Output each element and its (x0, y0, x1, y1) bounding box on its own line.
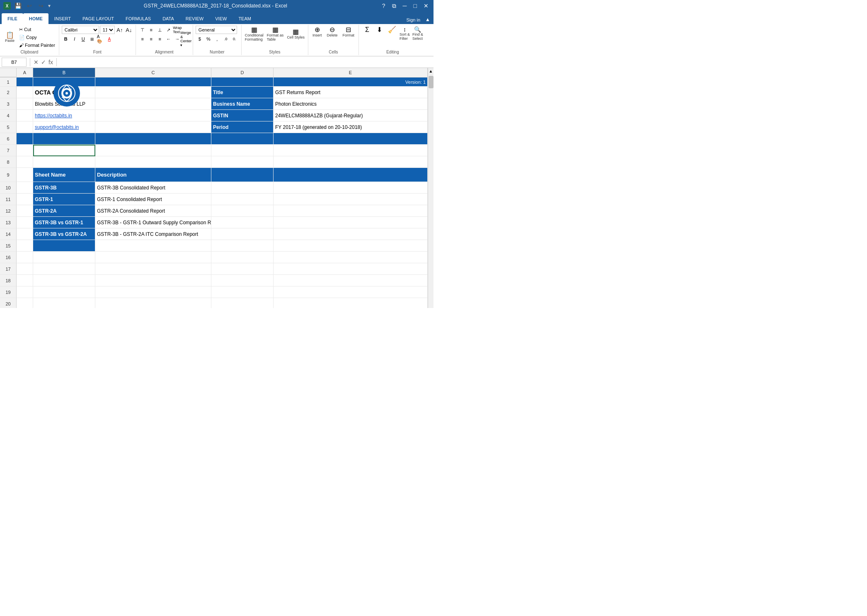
row-num-3[interactable]: 3 (0, 98, 17, 110)
cell-b13[interactable]: GSTR-3B vs GSTR-1 (33, 217, 95, 228)
cell-c17[interactable] (95, 263, 211, 275)
cancel-formula-btn[interactable]: ✕ (34, 59, 39, 65)
cell-d8[interactable] (211, 156, 274, 168)
confirm-formula-btn[interactable]: ✓ (41, 59, 46, 65)
cell-e2[interactable]: GST Returns Report (274, 87, 428, 98)
sort-filter-btn[interactable]: ↕ Sort &Filter (399, 26, 411, 41)
cell-d7[interactable] (211, 145, 274, 156)
cell-a16[interactable] (17, 252, 33, 263)
cell-b19[interactable] (33, 286, 95, 298)
cell-e11[interactable] (274, 194, 428, 205)
cell-c11[interactable]: GSTR-1 Consolidated Report (95, 194, 211, 205)
align-middle-btn[interactable]: ≡ (147, 26, 155, 34)
cell-b11[interactable]: GSTR-1 (33, 194, 95, 205)
cell-e15[interactable] (274, 240, 428, 252)
decrease-font-btn[interactable]: A↓ (125, 26, 133, 34)
col-header-e[interactable]: E (274, 68, 428, 77)
cell-a4[interactable] (17, 110, 33, 121)
orientation-btn[interactable]: ↗ (165, 26, 173, 34)
cell-a10[interactable] (17, 182, 33, 194)
scroll-thumb[interactable] (429, 76, 434, 88)
cell-e4[interactable]: 24WELCM8888A1ZB (Gujarat-Regular) (274, 110, 428, 121)
cell-b17[interactable] (33, 263, 95, 275)
cell-a18[interactable] (17, 275, 33, 286)
cell-c13[interactable]: GSTR-3B - GSTR-1 Outward Supply Comparis… (95, 217, 211, 228)
col-header-b[interactable]: B (33, 68, 95, 77)
insert-function-btn[interactable]: fx (48, 59, 53, 65)
italic-button[interactable]: I (70, 35, 79, 43)
cell-a3[interactable] (17, 98, 33, 110)
cell-b10[interactable]: GSTR-3B (33, 182, 95, 194)
cell-e17[interactable] (274, 263, 428, 275)
cell-b2[interactable]: OCTA GST (33, 87, 95, 98)
row-num-8[interactable]: 8 (0, 156, 17, 168)
fill-btn[interactable]: ⬇ (374, 26, 385, 41)
tab-file[interactable]: FILE (2, 13, 23, 24)
tab-formulas[interactable]: FORMULAS (120, 13, 157, 24)
underline-button[interactable]: U (79, 35, 87, 43)
cell-a17[interactable] (17, 263, 33, 275)
cell-b5[interactable]: support@octabits.in (33, 121, 95, 133)
font-color-button[interactable]: A (105, 35, 114, 43)
cell-c16[interactable] (95, 252, 211, 263)
copy-button[interactable]: 📄 Copy (18, 34, 56, 41)
row-num-9[interactable]: 9 (0, 168, 17, 182)
row-num-19[interactable]: 19 (0, 286, 17, 298)
row-num-11[interactable]: 11 (0, 194, 17, 205)
increase-decimal-btn[interactable]: .0 (222, 35, 230, 43)
cell-d4[interactable]: GSTIN (211, 110, 274, 121)
format-btn[interactable]: ⊟ Format (341, 26, 356, 38)
cell-c20[interactable] (95, 298, 211, 308)
row-num-17[interactable]: 17 (0, 263, 17, 275)
cell-a5[interactable] (17, 121, 33, 133)
row-num-5[interactable]: 5 (0, 121, 17, 133)
cell-d15[interactable] (211, 240, 274, 252)
cell-c7[interactable] (95, 145, 211, 156)
decrease-decimal-btn[interactable]: 0. (230, 35, 239, 43)
merge-center-btn[interactable]: Merge & Center ▾ (182, 35, 190, 43)
border-button[interactable]: ⊞ (88, 35, 96, 43)
cell-d14[interactable] (211, 228, 274, 240)
cell-a2[interactable] (17, 87, 33, 98)
align-top-btn[interactable]: ⊤ (138, 26, 147, 34)
cell-a15[interactable] (17, 240, 33, 252)
col-header-d[interactable]: D (211, 68, 274, 77)
cell-d13[interactable] (211, 217, 274, 228)
cell-d2[interactable]: Title (211, 87, 274, 98)
conditional-formatting-btn[interactable]: ▦ ConditionalFormatting (244, 26, 264, 42)
font-name-select[interactable]: Calibri (62, 26, 99, 34)
cut-button[interactable]: ✂ Cut (18, 26, 56, 33)
scroll-up-btn[interactable]: ▲ (428, 68, 434, 74)
cell-d9[interactable] (211, 168, 274, 182)
tab-home[interactable]: HOME (23, 13, 48, 24)
autosum-btn[interactable]: Σ (361, 26, 373, 41)
cell-e8[interactable] (274, 156, 428, 168)
cell-c1[interactable] (95, 78, 211, 87)
cell-b7[interactable] (33, 145, 95, 156)
restore-btn[interactable]: ⧉ (390, 2, 398, 10)
delete-btn[interactable]: ⊖ Delete (325, 26, 339, 38)
cell-d6[interactable] (211, 133, 274, 145)
fill-color-button[interactable]: A🎨 (97, 35, 105, 43)
cell-b12[interactable]: GSTR-2A (33, 205, 95, 217)
cell-d17[interactable] (211, 263, 274, 275)
cell-e5[interactable]: FY 2017-18 (generated on 20-10-2018) (274, 121, 428, 133)
cell-c10[interactable]: GSTR-3B Consolidated Report (95, 182, 211, 194)
cell-e12[interactable] (274, 205, 428, 217)
cell-e9[interactable] (274, 168, 428, 182)
tab-insert[interactable]: INSERT (48, 13, 77, 24)
align-right-btn[interactable]: ≡ (156, 35, 164, 43)
cell-e3[interactable]: Photon Electronics (274, 98, 428, 110)
row-num-12[interactable]: 12 (0, 205, 17, 217)
tab-view[interactable]: VIEW (209, 13, 232, 24)
formula-input[interactable] (60, 59, 432, 65)
cell-b8[interactable] (33, 156, 95, 168)
align-center-btn[interactable]: ≡ (147, 35, 155, 43)
cell-c2[interactable] (95, 87, 211, 98)
cell-b14[interactable]: GSTR-3B vs GSTR-2A (33, 228, 95, 240)
cell-b9[interactable]: Sheet Name (33, 168, 95, 182)
cell-b20[interactable] (33, 298, 95, 308)
quick-redo-btn[interactable]: ↪ (36, 1, 46, 10)
decrease-indent-btn[interactable]: ← (165, 35, 173, 43)
cell-d19[interactable] (211, 286, 274, 298)
